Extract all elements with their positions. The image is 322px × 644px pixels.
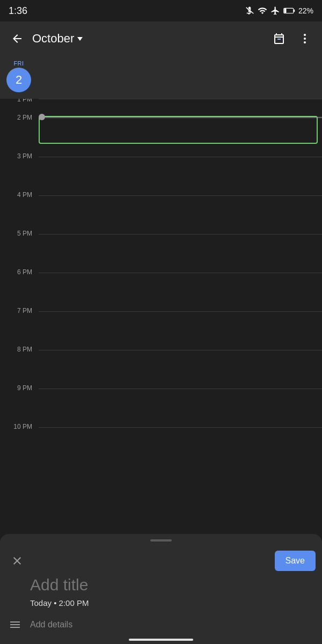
time-row-3pm: 3 PM bbox=[0, 157, 322, 195]
time-label-8pm: 8 PM bbox=[0, 346, 39, 353]
month-title-button[interactable]: October bbox=[32, 32, 264, 46]
details-icon bbox=[9, 618, 21, 631]
bottom-sheet: Save Today • 2:00 PM Add details bbox=[0, 534, 322, 644]
time-line-8pm bbox=[39, 350, 322, 350]
calendar-view-button[interactable] bbox=[268, 28, 290, 49]
time-label-7pm: 7 PM bbox=[0, 307, 39, 314]
time-label-6pm: 6 PM bbox=[0, 268, 39, 276]
time-label-9pm: 9 PM bbox=[0, 384, 39, 392]
current-time-dot bbox=[39, 114, 45, 120]
battery-icon bbox=[283, 6, 295, 16]
mute-icon bbox=[245, 6, 254, 16]
event-time-text: Today • 2:00 PM bbox=[30, 598, 89, 608]
status-bar: 1:36 22% bbox=[0, 0, 322, 21]
airplane-icon bbox=[270, 6, 280, 16]
event-time-row: Today • 2:00 PM bbox=[0, 598, 322, 608]
nav-bar: October bbox=[0, 21, 322, 56]
svg-point-4 bbox=[304, 34, 306, 36]
svg-rect-2 bbox=[284, 9, 287, 13]
back-button[interactable] bbox=[6, 28, 28, 49]
time-line-5pm bbox=[39, 234, 322, 235]
wifi-icon bbox=[258, 6, 267, 16]
svg-rect-3 bbox=[277, 39, 281, 40]
date-circle: 2 bbox=[6, 68, 31, 92]
nav-actions bbox=[268, 28, 316, 49]
current-time-line bbox=[45, 117, 322, 118]
add-details-text: Add details bbox=[30, 620, 72, 630]
date-circle-container[interactable]: FRI 2 bbox=[6, 60, 31, 92]
close-button[interactable] bbox=[6, 550, 28, 572]
more-options-button[interactable] bbox=[294, 28, 316, 49]
save-button[interactable]: Save bbox=[275, 551, 316, 571]
month-title-text: October bbox=[32, 32, 74, 46]
time-line-9pm bbox=[39, 389, 322, 389]
time-label-10pm: 10 PM bbox=[0, 423, 39, 430]
calendar-grid: 1 PM 2 PM 3 PM 4 PM 5 PM 6 PM 7 PM 8 PM … bbox=[0, 99, 322, 507]
time-row-8pm: 8 PM bbox=[0, 350, 322, 389]
time-line-3pm bbox=[39, 157, 322, 157]
bottom-sheet-handle bbox=[150, 539, 172, 541]
time-row-5pm: 5 PM bbox=[0, 234, 322, 273]
svg-point-5 bbox=[304, 38, 306, 40]
add-details-row[interactable]: Add details bbox=[0, 618, 322, 631]
time-line-6pm bbox=[39, 273, 322, 273]
svg-rect-1 bbox=[294, 10, 295, 12]
time-line-1pm bbox=[39, 99, 322, 99]
time-label-3pm: 3 PM bbox=[0, 152, 39, 160]
time-line-4pm bbox=[39, 195, 322, 196]
home-bar bbox=[129, 639, 193, 641]
time-line-7pm bbox=[39, 311, 322, 312]
battery-percent: 22% bbox=[298, 6, 313, 15]
svg-point-6 bbox=[304, 41, 306, 43]
day-label: FRI bbox=[13, 60, 24, 67]
date-number: 2 bbox=[16, 73, 22, 87]
time-row-6pm: 6 PM bbox=[0, 273, 322, 311]
bottom-sheet-header: Save bbox=[0, 548, 322, 576]
status-icons: 22% bbox=[245, 6, 313, 16]
time-label-4pm: 4 PM bbox=[0, 191, 39, 199]
time-row-4pm: 4 PM bbox=[0, 195, 322, 234]
time-label-1pm: 1 PM bbox=[0, 99, 39, 103]
time-row-9pm: 9 PM bbox=[0, 389, 322, 427]
time-label-5pm: 5 PM bbox=[0, 230, 39, 237]
add-title-input[interactable] bbox=[0, 576, 322, 594]
status-time: 1:36 bbox=[9, 5, 27, 17]
chevron-down-icon bbox=[77, 37, 83, 41]
time-row-10pm: 10 PM bbox=[0, 427, 322, 466]
time-line-10pm bbox=[39, 427, 322, 428]
current-time-indicator bbox=[0, 114, 322, 120]
time-row-7pm: 7 PM bbox=[0, 311, 322, 350]
date-header: FRI 2 bbox=[0, 56, 322, 99]
